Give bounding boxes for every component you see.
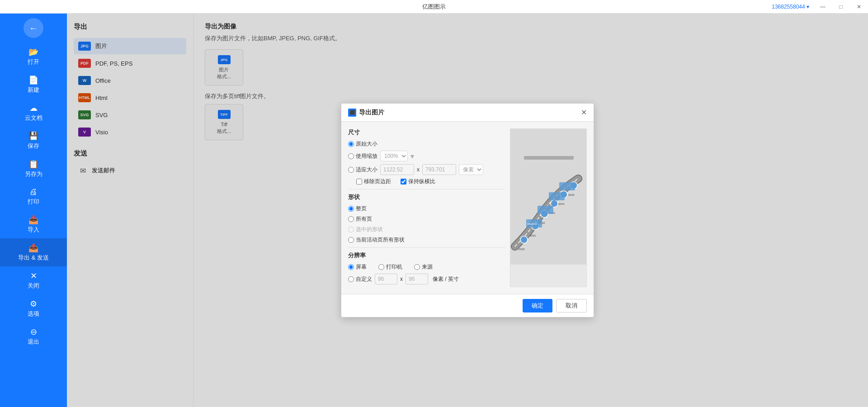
svg-text:2020: 2020 [519,248,525,251]
open-icon: 📂 [28,47,38,57]
modal-title: ⬛ 导出图片 [348,109,384,117]
sidebar-item-close[interactable]: ✕ 关闭 [0,266,67,294]
whole-page-row: 整页 [348,205,505,213]
selected-shape-radio[interactable]: 选中的形状 [348,226,383,233]
whole-page-radio[interactable]: 整页 [348,205,367,213]
sidebar-item-print[interactable]: 🖨 打印 [0,183,67,210]
sidebar-item-saveas[interactable]: 📋 另存为 [0,155,67,183]
saveas-icon: 📋 [28,159,38,169]
printer-radio[interactable]: 打印机 [378,263,402,271]
options-icon: ⚙ [30,299,37,309]
keep-ratio-input[interactable] [401,179,406,185]
sidebar-item-label: 关闭 [28,282,39,290]
zoom-row: 使用缩放 100% ▾ [348,151,505,161]
svg-point-1 [520,236,528,243]
sidebar-item-quit[interactable]: ⊖ 退出 [0,322,67,350]
active-page-radio[interactable]: 当前活动页所有形状 [348,236,405,244]
all-pages-radio[interactable]: 所有页 [348,215,372,223]
source-input[interactable] [414,264,420,270]
source-radio[interactable]: 来源 [414,263,433,271]
section-divider-2 [348,247,505,248]
sidebar-item-cloud[interactable]: ☁ 云文档 [0,99,67,127]
resolution-options-row: 屏幕 打印机 来源 [348,263,505,271]
sidebar-item-label: 云文档 [25,114,42,122]
export-icon: 📤 [28,243,38,253]
zoom-select[interactable]: 100% [380,151,408,161]
import-icon: 📥 [28,215,38,225]
modal-body: 尺寸 原始大小 使用缩放 100% ▾ [341,122,594,294]
unit-select[interactable]: 像素 英寸 毫米 [459,164,483,175]
margin-row: 移除页边距 保持纵横比 [348,178,505,185]
modal-title-icon: ⬛ [348,109,356,117]
section-divider-1 [348,189,505,189]
titlebar-controls: 13682558044 ▾ — □ ✕ [767,0,868,14]
save-icon: 💾 [28,131,38,141]
sidebar-item-options[interactable]: ⚙ 选项 [0,294,67,322]
modal-left-panel: 尺寸 原始大小 使用缩放 100% ▾ [348,128,505,287]
export-image-modal: ⬛ 导出图片 ✕ 尺寸 原始大小 使用缩放 [341,103,594,317]
maximize-button[interactable]: □ [832,0,850,14]
screen-radio[interactable]: 屏幕 [348,263,367,271]
quit-icon: ⊖ [30,327,37,337]
preview-area: 2020 2021 2022 2023 2024 2025 milestone [510,129,586,287]
selected-shape-input[interactable] [348,227,354,232]
custom-radio[interactable]: 自定义 [348,275,372,283]
active-page-input[interactable] [348,237,354,243]
original-size-input[interactable] [348,141,354,147]
custom-input[interactable] [348,276,354,282]
print-icon: 🖨 [29,187,38,197]
zoom-radio[interactable]: 使用缩放 [348,152,377,160]
modal-close-button[interactable]: ✕ [581,108,587,117]
fit-height-input[interactable] [422,164,456,175]
all-pages-input[interactable] [348,216,354,222]
custom-resolution-row: 自定义 x 像素 / 英寸 [348,274,505,284]
custom-res-width[interactable] [375,274,397,284]
sidebar-item-label: 另存为 [25,170,42,178]
sidebar: ← 📂 打开 📄 新建 ☁ 云文档 💾 保存 📋 另存为 🖨 打印 📥 导入 📤… [0,14,67,407]
printer-input[interactable] [378,264,384,270]
svg-text:milestone: milestone [527,222,537,225]
minimize-button[interactable]: — [814,0,832,14]
modal-preview-panel: 2020 2021 2022 2023 2024 2025 milestone [510,128,587,287]
active-page-row: 当前活动页所有形状 [348,236,505,244]
whole-page-input[interactable] [348,206,354,212]
svg-text:2025: 2025 [568,194,575,196]
sidebar-item-open[interactable]: 📂 打开 [0,43,67,71]
sidebar-item-label: 打印 [28,198,39,206]
shape-section-title: 形状 [348,193,505,201]
res-x-separator: x [400,276,403,282]
confirm-button[interactable]: 确定 [523,299,552,312]
sidebar-item-save[interactable]: 💾 保存 [0,127,67,155]
svg-text:2024: 2024 [558,203,565,205]
original-size-radio[interactable]: 原始大小 [348,140,377,148]
selected-shape-row: 选中的形状 [348,226,505,233]
zoom-input[interactable] [348,153,354,159]
titlebar: 亿图图示 13682558044 ▾ — □ ✕ [0,0,868,14]
sidebar-item-label: 打开 [28,58,39,66]
custom-res-height[interactable] [406,274,428,284]
close-doc-icon: ✕ [30,271,37,281]
original-size-row: 原始大小 [348,140,505,148]
size-section-title: 尺寸 [348,128,505,137]
remove-margin-input[interactable] [356,179,362,185]
sidebar-item-new[interactable]: 📄 新建 [0,71,67,99]
modal-overlay: ⬛ 导出图片 ✕ 尺寸 原始大小 使用缩放 [67,14,868,407]
account-label[interactable]: 13682558044 ▾ [767,4,814,10]
sidebar-item-export[interactable]: 📤 导出 & 发送 [0,238,67,266]
fit-size-input[interactable] [348,167,354,173]
sidebar-item-import[interactable]: 📥 导入 [0,210,67,238]
cloud-icon: ☁ [29,103,38,113]
cancel-button[interactable]: 取消 [556,299,587,312]
preview-svg: 2020 2021 2022 2023 2024 2025 milestone [510,129,586,265]
fit-size-radio[interactable]: 适应大小 [348,166,377,174]
keep-ratio-checkbox[interactable]: 保持纵横比 [401,178,435,185]
fit-width-input[interactable] [380,164,414,175]
back-button[interactable]: ← [24,18,43,38]
close-button[interactable]: ✕ [850,0,868,14]
sidebar-item-label: 选项 [28,310,39,318]
remove-margin-checkbox[interactable]: 移除页边距 [356,178,391,185]
sidebar-item-label: 导入 [28,226,39,234]
svg-rect-16 [549,192,565,200]
screen-input[interactable] [348,264,354,270]
zoom-dropdown-icon: ▾ [410,152,414,161]
